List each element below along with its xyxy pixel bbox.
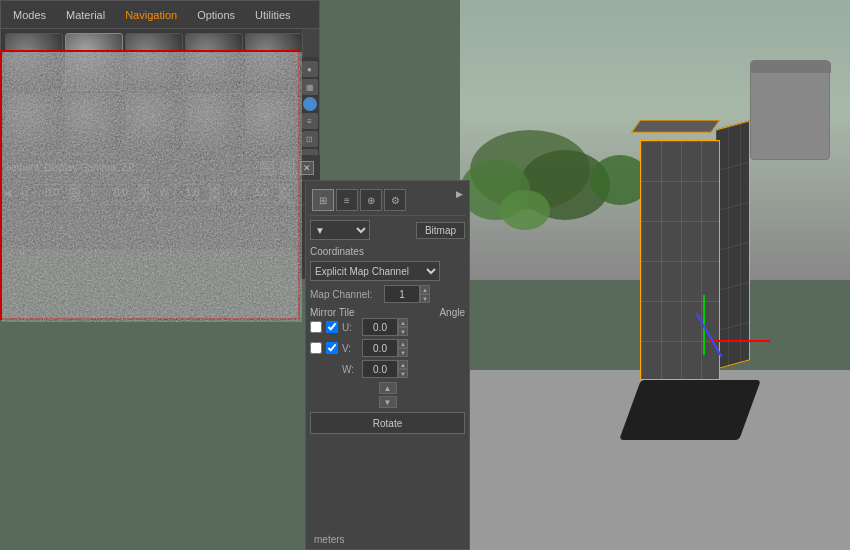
map-type-dropdown[interactable]: ▼: [310, 220, 370, 240]
map-channel-spinner: ▲ ▼: [420, 285, 430, 303]
w-angle-input-group: ▲ ▼: [362, 360, 408, 378]
v-angle-label: V:: [342, 343, 358, 354]
tab-icon-grid[interactable]: ⊞: [312, 189, 334, 211]
u-angle-row: U: ▲ ▼: [310, 318, 465, 336]
u-angle-label: U:: [342, 322, 358, 333]
menu-navigation[interactable]: Navigation: [121, 7, 181, 23]
u-mirror-check[interactable]: [310, 321, 322, 333]
texture-svg: [2, 52, 302, 322]
u-tile-check[interactable]: [326, 321, 338, 333]
v-angle-row: V: ▲ ▼: [310, 339, 465, 357]
v-ang-up[interactable]: ▲: [398, 339, 408, 348]
map-channel-label: Map Channel:: [310, 289, 380, 300]
w-angle-label: W:: [342, 364, 358, 375]
u-ang-up[interactable]: ▲: [398, 318, 408, 327]
tab-icon-plus[interactable]: ⊕: [360, 189, 382, 211]
texture-preview: [0, 50, 300, 320]
v-mirror-check[interactable]: [310, 342, 322, 354]
mirror-tile-label: Mirror Tile: [310, 307, 354, 318]
u-ang-down[interactable]: ▼: [398, 327, 408, 336]
mapping-type-select[interactable]: Explicit Map Channel: [310, 261, 440, 281]
tab-icon-settings[interactable]: ⚙: [384, 189, 406, 211]
map-ch-up[interactable]: ▲: [420, 285, 430, 294]
axis-x: [710, 340, 770, 342]
menu-material[interactable]: Material: [62, 7, 109, 23]
menu-bar: Modes Material Navigation Options Utilit…: [1, 1, 319, 29]
angle-label: Angle: [439, 307, 465, 318]
rotate-button[interactable]: Rotate: [310, 412, 465, 434]
w-ang-up[interactable]: ▲: [398, 360, 408, 369]
box-side: [715, 120, 750, 369]
v-angle-input[interactable]: [362, 339, 398, 357]
v-ang-down[interactable]: ▼: [398, 348, 408, 357]
outdoor-scene: [460, 0, 850, 550]
u-angle-input-group: ▲ ▼: [362, 318, 408, 336]
box-3d: [630, 120, 730, 400]
u-angle-spinner: ▲ ▼: [398, 318, 408, 336]
water-tank: [750, 60, 830, 160]
scroll-up-btn[interactable]: ▲: [379, 382, 397, 394]
scroll-right-arrow[interactable]: ▶: [456, 189, 463, 211]
w-ang-down[interactable]: ▼: [398, 369, 408, 378]
meters-label: meters: [314, 534, 345, 545]
w-angle-row: W: ▲ ▼: [310, 360, 465, 378]
box-front: [640, 140, 720, 380]
coordinates-label: Coordinates: [310, 246, 465, 257]
sidebar-color-icon[interactable]: [303, 97, 317, 111]
box-top: [631, 120, 720, 133]
bitmap-row: ▼ Bitmap: [310, 220, 465, 240]
svg-rect-1: [2, 52, 302, 322]
map-channel-input-group: ▲ ▼: [384, 285, 430, 303]
map-tab-icons: ⊞ ≡ ⊕ ⚙ ▶: [310, 185, 465, 216]
sidebar-checker-icon[interactable]: ▦: [302, 79, 318, 95]
v-angle-spinner: ▲ ▼: [398, 339, 408, 357]
tab-icon-list[interactable]: ≡: [336, 189, 358, 211]
menu-utilities[interactable]: Utilities: [251, 7, 294, 23]
scroll-arrows: ▲ ▼: [310, 382, 465, 408]
u-angle-input[interactable]: [362, 318, 398, 336]
map-channel-input[interactable]: [384, 285, 420, 303]
v-angle-input-group: ▲ ▼: [362, 339, 408, 357]
close-btn[interactable]: ✕: [300, 161, 314, 175]
tank-top: [751, 61, 831, 73]
bitmap-button[interactable]: Bitmap: [416, 222, 465, 239]
map-ch-down[interactable]: ▼: [420, 294, 430, 303]
sidebar-dot-icon[interactable]: ⊡: [302, 131, 318, 147]
foliage-5: [500, 190, 550, 230]
v-tile-check[interactable]: [326, 342, 338, 354]
sidebar-strip-icon[interactable]: ≡: [302, 113, 318, 129]
menu-modes[interactable]: Modes: [9, 7, 50, 23]
mapping-dropdown-row: Explicit Map Channel: [310, 261, 465, 281]
sidebar-sphere-icon[interactable]: ●: [302, 61, 318, 77]
w-angle-spinner: ▲ ▼: [398, 360, 408, 378]
w-angle-input[interactable]: [362, 360, 398, 378]
map-channel-row: Map Channel: ▲ ▼: [310, 285, 465, 303]
menu-options[interactable]: Options: [193, 7, 239, 23]
mirror-angle-header: Mirror Tile Angle: [310, 307, 465, 318]
scroll-down-btn[interactable]: ▼: [379, 396, 397, 408]
map-settings-panel: ⊞ ≡ ⊕ ⚙ ▶ ▼ Bitmap Coordinates Explicit …: [305, 180, 470, 550]
